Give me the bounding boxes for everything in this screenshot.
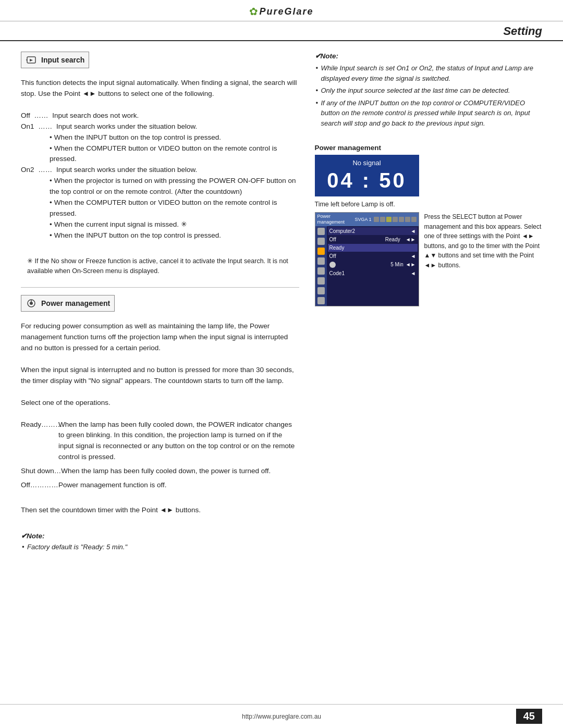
osd-icons-row [374,217,417,222]
on1-sub-2: When the COMPUTER button or VIDEO button… [50,143,299,165]
pm-ready-text: When the lamp has been fully cooled down… [58,419,299,463]
osd-row4-arrow: ◄ [411,253,416,259]
osd-pm-label: Power management [317,214,345,225]
osd-row6-arrow: ◄ [411,270,416,276]
is-note-title: ✔Note: [315,52,543,60]
on1-sub-1: When the INPUT button on the top control… [50,132,299,143]
input-search-off: Off …… Input search does not work. [21,110,299,121]
pm-off-row: Off………… Power management function is off… [21,480,299,491]
svg-point-4 [30,302,33,305]
pm-shutdown-text: When the lamp has been fully cooled down… [61,466,271,477]
input-search-note-block: ✔Note: While Input search is set On1 or … [315,52,543,128]
pm-off-text: Power management function is off. [58,480,167,491]
header: ✿ PureGlare [0,0,563,21]
is-note-3: If any of the INPUT button on the top co… [315,98,543,129]
osd-body: Computer2 ◄ Off Ready ◄► Ready [315,226,419,306]
page-number: 45 [516,709,542,724]
pm-select: Select one of the operations. [21,398,299,409]
asterisk-note: ✳ If the No show or Freeze function is a… [27,256,299,276]
footer-url: http://www.pureglare.com.au [151,713,412,720]
input-search-on2: On2 …… Input search works under the situ… [21,165,299,176]
osd-row-2: Off Ready ◄► [328,236,418,243]
is-note-1: While Input search is set On1 or On2, th… [315,63,543,83]
pm-note-block: ✔Note: Factory default is "Ready: 5 min.… [21,531,299,552]
osd-sb-icon-4 [317,267,325,275]
logo-text: PureGlare [259,6,313,17]
is-note-2: Only the input source selected at the la… [315,85,543,96]
osd-icon-3 [386,217,391,222]
input-search-intro: This function detects the input signal a… [21,78,299,100]
time-label: Time left before Lamp is off. [315,201,543,208]
svg-marker-1 [30,59,33,61]
osd-sb-icon-1 [317,228,325,235]
osd-icon-1 [374,217,379,222]
osd-row5-right: 5 Min ◄► [390,262,415,267]
power-management-header: Power management [21,295,115,312]
input-search-on1: On1 …… Input search works under the situ… [21,121,299,132]
power-management-title: Power management [41,299,110,307]
osd-row5-arrows: ◄► [406,262,416,267]
input-search-icon [26,54,37,66]
osd-sb-icon-5 [317,277,325,285]
left-column: Input search This function detects the i… [21,52,299,563]
osd-sb-icon-6 [317,287,325,294]
pm-body-1: For reducing power consumption as well a… [21,321,299,354]
on2-sub-1: When the projector is turned on with pre… [50,176,299,198]
pm-note-1: Factory default is "Ready: 5 min." [21,542,299,552]
main-content: Input search This function detects the i… [0,41,563,569]
osd-screenshot: Power management SVGA 1 [315,212,419,306]
on2-sub-2: When the COMPUTER button or VIDEO button… [50,198,299,219]
osd-row-6: Code1 ◄ [328,269,418,277]
pm-note-title: ✔Note: [21,531,299,542]
no-signal-label: No signal [323,159,411,167]
osd-sb-icon-7 [317,297,325,304]
osd-row2-right: Ready ◄► [385,237,416,242]
osd-area: Power management SVGA 1 [315,212,543,306]
osd-row5-val: 5 Min [390,262,403,267]
osd-row1-label: Computer2 [329,228,355,234]
osd-help-text-container: Press the SELECT button at Power managem… [424,212,543,270]
osd-row5-icon [329,262,336,268]
input-search-header: Input search [21,52,89,68]
osd-main-rows: Computer2 ◄ Off Ready ◄► Ready [327,226,419,306]
osd-row2-ready: Ready [385,237,400,242]
power-management-icon [26,298,37,309]
input-search-title: Input search [41,56,84,64]
input-search-body: This function detects the input signal a… [21,78,299,276]
osd-row2-arrows: ◄► [406,237,416,242]
osd-row3-label: Ready [329,245,345,251]
logo-icon: ✿ [249,5,258,18]
pm-timer-note: Then set the countdown timer with the Po… [21,505,299,516]
on2-sub-3: When the current input signal is missed.… [50,219,299,230]
osd-icon-7 [411,217,417,222]
footer-page-num-container: 45 [412,709,542,724]
osd-icon-4 [393,217,398,222]
osd-help-text: Press the SELECT button at Power managem… [424,212,543,270]
osd-top-bar: Power management SVGA 1 [315,213,419,226]
osd-svga-label: SVGA 1 [354,217,371,222]
pm-body-2: When the input signal is interrupted and… [21,365,299,387]
footer: http://www.pureglare.com.au 45 [0,704,563,728]
osd-icon-2 [380,217,385,222]
osd-row-1: Computer2 ◄ [328,227,418,235]
osd-row4-label: Off [329,253,336,259]
pm-countdown-box: No signal 04 : 50 [315,155,419,196]
osd-sb-icon-2 [317,238,325,245]
pm-shutdown-row: Shut down… When the lamp has been fully … [21,466,299,477]
osd-row2-left: Off [329,237,336,242]
osd-row1-arrow: ◄ [411,228,416,234]
power-management-body: For reducing power consumption as well a… [21,321,299,552]
pm-ready-row: Ready……… When the lamp has been fully co… [21,419,299,463]
page-title: Setting [503,24,542,38]
osd-sidebar [315,226,327,306]
osd-icon-6 [405,217,410,222]
osd-sb-icon-3 [317,257,325,265]
on2-sub-4: When the INPUT button on the top control… [50,230,299,241]
right-column: ✔Note: While Input search is set On1 or … [315,52,543,563]
input-search-section: Input search This function detects the i… [21,52,299,276]
power-management-section: Power management For reducing power cons… [21,295,299,552]
osd-row-5: 5 Min ◄► [328,261,418,269]
osd-icon-5 [399,217,404,222]
pm-display-title: Power management [315,144,543,152]
page-title-bar: Setting [0,21,563,41]
